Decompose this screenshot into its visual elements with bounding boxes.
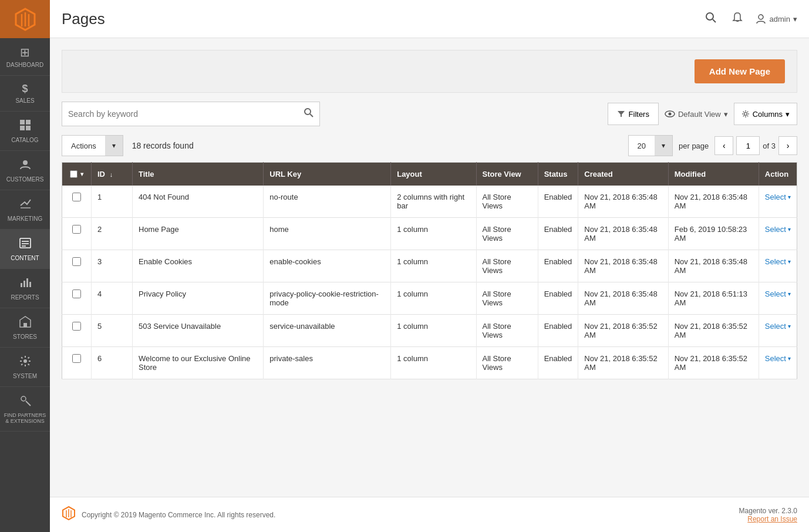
search-box — [62, 102, 320, 126]
cell-layout: 1 column — [391, 315, 476, 347]
th-title: Title — [133, 163, 264, 186]
row-select-link-5[interactable]: Select▾ — [765, 322, 791, 331]
prev-page-button[interactable]: ‹ — [714, 136, 733, 155]
cell-modified: Nov 21, 2018 6:35:48 AM — [668, 250, 759, 282]
svg-point-4 — [23, 160, 28, 165]
select-all-arrow[interactable]: ▾ — [80, 171, 83, 177]
select-all-checkbox[interactable] — [70, 170, 77, 178]
th-status: Status — [538, 163, 578, 186]
row-checkbox-cell — [62, 218, 92, 250]
toolbar-top: Add New Page — [62, 50, 797, 93]
row-checkbox-4[interactable] — [72, 289, 81, 298]
columns-dropdown-arrow: ▾ — [786, 110, 790, 119]
sidebar-item-customers[interactable]: CUSTOMERS — [0, 151, 50, 190]
sidebar-item-reports[interactable]: REPORTS — [0, 269, 50, 308]
per-page-select[interactable]: 20 ▾ — [628, 135, 673, 156]
sidebar-item-label: REPORTS — [11, 294, 39, 301]
cell-title: 404 Not Found — [133, 186, 264, 218]
cell-modified: Nov 21, 2018 6:35:52 AM — [668, 315, 759, 347]
cell-created: Nov 21, 2018 6:35:52 AM — [578, 347, 668, 379]
notification-bell-button[interactable] — [729, 9, 746, 29]
svg-rect-12 — [29, 282, 31, 287]
pages-table: ▾ ID ↓ Title URL Key Layout Store View S… — [62, 162, 797, 379]
row-checkbox-2[interactable] — [72, 225, 81, 234]
svg-point-14 — [23, 359, 27, 363]
view-control[interactable]: Default View ▾ — [665, 109, 728, 119]
cell-action: Select▾ — [759, 186, 797, 218]
cell-store-view: All Store Views — [476, 347, 538, 379]
row-checkbox-1[interactable] — [72, 193, 81, 201]
svg-point-17 — [759, 15, 763, 19]
row-checkbox-3[interactable] — [72, 257, 81, 266]
svg-point-15 — [21, 396, 26, 401]
search-submit-button[interactable] — [304, 108, 314, 120]
select-link-arrow: ▾ — [788, 323, 791, 329]
sidebar-item-label: DASHBOARD — [6, 62, 43, 68]
gear-icon — [741, 110, 750, 118]
actions-bar: Actions ▾ 18 records found 20 ▾ per page… — [62, 135, 797, 156]
add-new-page-button[interactable]: Add New Page — [695, 59, 785, 83]
search-input[interactable] — [68, 109, 304, 119]
sidebar-item-catalog[interactable]: CATALOG — [0, 112, 50, 151]
row-select-link-6[interactable]: Select▾ — [765, 354, 791, 363]
filters-button[interactable]: Filters — [608, 103, 659, 125]
th-id[interactable]: ID ↓ — [92, 163, 133, 186]
cell-created: Nov 21, 2018 6:35:48 AM — [578, 250, 668, 282]
actions-left: Actions ▾ 18 records found — [62, 135, 194, 156]
columns-button[interactable]: Columns ▾ — [734, 103, 797, 125]
find-partners-icon — [19, 394, 32, 410]
footer: Copyright © 2019 Magento Commerce Inc. A… — [50, 497, 809, 532]
cell-layout: 1 column — [391, 347, 476, 379]
sidebar-item-dashboard[interactable]: ⊞ DASHBOARD — [0, 38, 50, 76]
select-link-arrow: ▾ — [788, 291, 791, 297]
marketing-icon — [19, 197, 32, 213]
cell-modified: Nov 21, 2018 6:35:48 AM — [668, 186, 759, 218]
svg-rect-10 — [23, 281, 25, 287]
search-submit-icon — [304, 108, 314, 117]
admin-user-menu[interactable]: admin ▾ — [755, 13, 797, 25]
row-checkbox-5[interactable] — [72, 322, 81, 331]
next-page-button[interactable]: › — [778, 136, 797, 155]
sidebar-item-stores[interactable]: STORES — [0, 308, 50, 348]
actions-right: 20 ▾ per page ‹ of 3 › — [628, 135, 797, 156]
row-checkbox-cell — [62, 250, 92, 282]
row-select-link-4[interactable]: Select▾ — [765, 289, 791, 298]
row-checkbox-cell — [62, 315, 92, 347]
th-checkbox: ▾ — [62, 163, 92, 186]
records-count: 18 records found — [132, 141, 194, 150]
cell-action: Select▾ — [759, 218, 797, 250]
actions-dropdown[interactable]: Actions ▾ — [62, 135, 123, 156]
sidebar-item-label: MARKETING — [8, 216, 42, 222]
page-number-input[interactable] — [736, 136, 760, 155]
cell-id: 6 — [92, 347, 133, 379]
row-select-link-2[interactable]: Select▾ — [765, 225, 791, 234]
sidebar-item-find-partners[interactable]: FIND PARTNERS & EXTENSIONS — [0, 387, 50, 432]
cell-id: 2 — [92, 218, 133, 250]
row-checkbox-cell — [62, 347, 92, 379]
eye-icon — [665, 109, 675, 119]
svg-rect-3 — [26, 126, 31, 130]
cell-title: Home Page — [133, 218, 264, 250]
search-icon-button[interactable] — [702, 9, 720, 29]
sidebar-item-content[interactable]: CONTENT — [0, 230, 50, 269]
select-link-arrow: ▾ — [788, 355, 791, 362]
cell-status: Enabled — [538, 282, 578, 315]
sales-icon: $ — [22, 83, 28, 95]
sidebar-item-label: CONTENT — [11, 255, 39, 261]
sidebar-item-marketing[interactable]: MARKETING — [0, 190, 50, 230]
report-issue-link[interactable]: Report an Issue — [747, 515, 797, 523]
cell-action: Select▾ — [759, 315, 797, 347]
cell-created: Nov 21, 2018 6:35:48 AM — [578, 186, 668, 218]
sidebar-item-system[interactable]: SYSTEM — [0, 348, 50, 387]
row-checkbox-6[interactable] — [72, 354, 81, 363]
row-select-link-3[interactable]: Select▾ — [765, 257, 791, 266]
cell-store-view: All Store Views — [476, 218, 538, 250]
cell-url-key: home — [264, 218, 391, 250]
main-content: Pages admin ▾ — [50, 0, 809, 532]
sidebar-item-sales[interactable]: $ SALES — [0, 76, 50, 112]
row-select-link-1[interactable]: Select▾ — [765, 193, 791, 201]
system-icon — [19, 355, 32, 371]
cell-layout: 1 column — [391, 282, 476, 315]
cell-store-view: All Store Views — [476, 315, 538, 347]
cell-id: 1 — [92, 186, 133, 218]
